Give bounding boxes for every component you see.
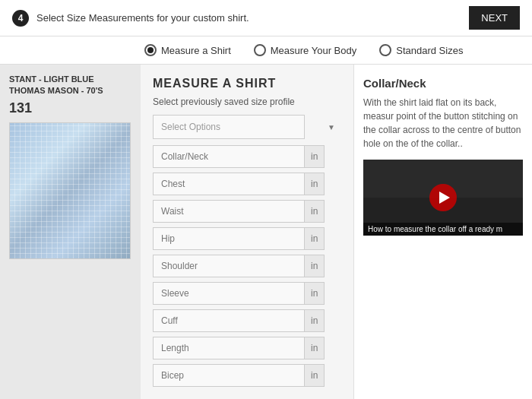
size-profile-select[interactable]: Select Options: [153, 115, 305, 139]
unit-label: in: [305, 145, 325, 168]
step-circle: 4: [12, 10, 29, 27]
input-length[interactable]: [153, 337, 305, 359]
play-button[interactable]: [429, 184, 457, 211]
input-hip[interactable]: [153, 227, 305, 250]
product-name: STANT - LIGHT BLUE THOMAS MASON - 70'S: [9, 74, 131, 97]
tab-measure-body[interactable]: Measure Your Body: [254, 44, 356, 56]
tab-measure-body-label: Measure Your Body: [271, 45, 356, 56]
unit-label: in: [305, 173, 325, 195]
measurement-fields: ininininininininin: [153, 145, 341, 387]
unit-label: in: [305, 200, 325, 223]
measurement-field-row: in: [153, 255, 341, 277]
tab-standard-label: Standard Sizes: [396, 45, 463, 56]
tab-standard-sizes[interactable]: Standard Sizes: [379, 44, 463, 56]
unit-label: in: [305, 364, 325, 387]
play-icon: [439, 192, 450, 204]
measurement-field-row: in: [153, 173, 341, 195]
input-cuff[interactable]: [153, 309, 305, 332]
measurement-field-row: in: [153, 282, 341, 305]
radio-measure-shirt-outer: [144, 44, 157, 56]
measurement-field-row: in: [153, 145, 341, 168]
radio-standard-outer: [379, 44, 391, 56]
unit-label: in: [305, 309, 325, 332]
input-shoulder[interactable]: [153, 255, 305, 277]
input-sleeve[interactable]: [153, 282, 305, 305]
measurement-field-row: in: [153, 309, 341, 332]
size-profile-select-wrapper: Select Options ▼: [153, 115, 341, 139]
collar-title: Collar/Neck: [363, 77, 523, 90]
product-image: [9, 122, 131, 259]
input-chest[interactable]: [153, 173, 305, 195]
measurement-field-row: in: [153, 227, 341, 250]
sidebar: STANT - LIGHT BLUE THOMAS MASON - 70'S 1…: [0, 65, 141, 399]
tab-measure-shirt[interactable]: Measure a Shirt: [144, 44, 231, 56]
unit-label: in: [305, 282, 325, 305]
measure-shirt-content: MEASURE A SHIRT Select previously saved …: [141, 65, 353, 399]
input-bicep[interactable]: [153, 364, 305, 387]
right-panel: Collar/Neck With the shirt laid flat on …: [353, 65, 532, 399]
tab-measure-shirt-label: Measure a Shirt: [161, 45, 231, 56]
next-button[interactable]: NEXT: [469, 6, 520, 30]
unit-label: in: [305, 227, 325, 250]
product-num: 131: [9, 100, 131, 116]
collar-description: With the shirt laid flat on its back, me…: [363, 96, 523, 150]
unit-label: in: [305, 337, 325, 359]
video-thumbnail[interactable]: How to measure the collar off a ready m: [363, 160, 523, 236]
section-title: MEASURE A SHIRT: [153, 77, 341, 90]
measurement-field-row: in: [153, 364, 341, 387]
radio-measure-body-outer: [254, 44, 266, 56]
main-layout: STANT - LIGHT BLUE THOMAS MASON - 70'S 1…: [0, 65, 532, 399]
unit-label: in: [305, 255, 325, 277]
measurement-field-row: in: [153, 200, 341, 223]
radio-measure-shirt-inner: [147, 47, 154, 53]
top-bar: 4 Select Size Measurements for your cust…: [0, 0, 532, 36]
radio-tabs: Measure a Shirt Measure Your Body Standa…: [0, 36, 532, 65]
section-subtitle: Select previously saved size profile: [153, 97, 341, 107]
input-waist[interactable]: [153, 200, 305, 223]
top-bar-instruction: Select Size Measurements for your custom…: [36, 12, 461, 24]
video-label: How to measure the collar off a ready m: [363, 223, 523, 236]
input-collar-neck[interactable]: [153, 145, 305, 168]
select-arrow-icon: ▼: [328, 123, 335, 131]
measurement-field-row: in: [153, 337, 341, 359]
